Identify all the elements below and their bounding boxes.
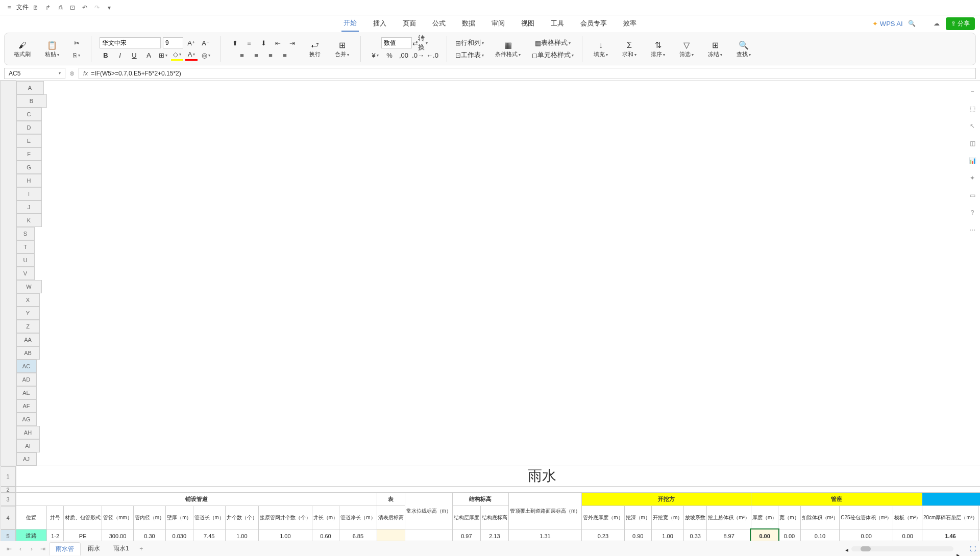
col-header[interactable]: E [16, 134, 42, 147]
paste-button[interactable]: 📋 粘贴▾ [42, 39, 62, 59]
underline-icon[interactable]: U [128, 49, 140, 61]
print-icon[interactable]: ⎙ [55, 3, 65, 13]
expand-sheet-icon[interactable]: ⛶ [970, 545, 976, 552]
export-icon[interactable]: ↱ [43, 3, 53, 13]
sheet-tab-2[interactable]: 雨水 [82, 542, 106, 555]
side-cursor-icon[interactable]: ↖ [967, 120, 978, 132]
convert-icon[interactable]: ⇄ 转换▾ [414, 37, 426, 48]
decrease-font-icon[interactable]: A⁻ [200, 37, 212, 48]
menu-efficiency[interactable]: 效率 [621, 16, 639, 31]
tab-last-icon[interactable]: ⇥ [38, 544, 48, 554]
col-header[interactable]: F [16, 147, 42, 161]
col-header[interactable]: K [16, 214, 42, 227]
tab-next-icon[interactable]: › [27, 544, 37, 554]
align-right-icon[interactable]: ≡ [264, 49, 277, 61]
decrease-indent-icon[interactable]: ⇤ [272, 37, 284, 48]
col-header[interactable]: G [16, 161, 42, 174]
cancel-formula-icon[interactable]: ⊗ [69, 70, 75, 77]
menu-start[interactable]: 开始 [341, 15, 359, 32]
sum-button[interactable]: Σ求和▾ [619, 39, 640, 59]
col-header[interactable]: AJ [16, 452, 37, 466]
menu-data[interactable]: 数据 [460, 16, 477, 31]
col-header[interactable]: AD [16, 373, 37, 386]
file-menu[interactable]: 文件 [16, 3, 29, 12]
col-header[interactable]: S [16, 227, 35, 240]
fill-button[interactable]: ↓填充▾ [591, 39, 611, 59]
font-size-select[interactable] [163, 37, 183, 48]
percent-icon[interactable]: % [383, 49, 396, 61]
side-book-icon[interactable]: ▭ [967, 190, 978, 201]
table-style-button[interactable]: ▦ 表格样式▾ [535, 37, 571, 48]
side-style-icon[interactable]: ◫ [967, 138, 978, 149]
col-header[interactable]: AC [16, 360, 37, 373]
sort-button[interactable]: ⇅排序▾ [648, 39, 668, 59]
font-color-icon[interactable]: A▾ [185, 49, 198, 61]
add-sheet-icon[interactable]: + [136, 544, 146, 554]
search-icon[interactable]: 🔍 [907, 18, 917, 29]
col-header[interactable]: Z [16, 320, 40, 333]
menu-tools[interactable]: 工具 [549, 16, 566, 31]
col-header[interactable]: D [16, 121, 42, 134]
cloud-icon[interactable]: ☁ [932, 18, 942, 29]
align-left-icon[interactable]: ≡ [236, 49, 248, 61]
filter-button[interactable]: ▽筛选▾ [676, 39, 697, 59]
menu-review[interactable]: 审阅 [489, 16, 507, 31]
col-header[interactable]: AG [16, 413, 37, 426]
col-header[interactable]: J [16, 200, 42, 214]
menu-page[interactable]: 页面 [401, 16, 418, 31]
italic-icon[interactable]: I [114, 49, 126, 61]
menu-view[interactable]: 视图 [519, 16, 536, 31]
justify-icon[interactable]: ≡ [279, 49, 291, 61]
strikethrough-icon[interactable]: A̶ [142, 49, 155, 61]
side-select-icon[interactable]: ⬚ [967, 103, 978, 114]
col-header[interactable]: Y [16, 307, 40, 320]
dropdown-icon[interactable]: ▾ [104, 3, 114, 13]
cell-reference-input[interactable]: AC5▾ [4, 68, 65, 79]
bold-icon[interactable]: B [100, 49, 112, 61]
col-header[interactable]: A [16, 81, 44, 94]
col-header[interactable]: T [16, 240, 35, 254]
freeze-button[interactable]: ⊞冻结▾ [705, 39, 725, 59]
menu-formula[interactable]: 公式 [430, 16, 448, 31]
currency-icon[interactable]: ¥▾ [369, 49, 381, 61]
align-bottom-icon[interactable]: ⬇ [257, 37, 270, 48]
side-more-icon[interactable]: ⋯ [967, 224, 978, 236]
undo-icon[interactable]: ↶ [80, 3, 90, 13]
sheet-tab-1[interactable]: 雨水管 [49, 542, 81, 555]
col-header[interactable]: B [16, 94, 47, 108]
border-icon[interactable]: ⊞▾ [157, 49, 169, 61]
wps-ai-label[interactable]: ✦ WPS AI [872, 20, 902, 28]
tab-first-icon[interactable]: ⇤ [4, 544, 14, 554]
font-name-select[interactable] [100, 37, 161, 48]
menu-member[interactable]: 会员专享 [578, 16, 609, 31]
col-header[interactable]: I [16, 187, 42, 200]
preview-icon[interactable]: ⊡ [67, 3, 78, 13]
col-header[interactable]: W [16, 280, 42, 293]
rows-cols-button[interactable]: ⊞ 行和列▾ [455, 37, 484, 48]
align-center-icon[interactable]: ≡ [250, 49, 262, 61]
increase-font-icon[interactable]: A⁺ [185, 37, 198, 48]
col-header[interactable]: AI [16, 439, 40, 452]
cond-format-button[interactable]: ▦ 条件格式▾ [492, 39, 524, 59]
decimal-dec-icon[interactable]: ←.0 [426, 49, 438, 61]
side-tools-icon[interactable]: ✦ [967, 172, 978, 184]
align-top-icon[interactable]: ⬆ [229, 37, 241, 48]
tab-prev-icon[interactable]: ‹ [15, 544, 26, 554]
format-painter-button[interactable]: 🖌 格式刷 [11, 39, 34, 59]
worksheet-button[interactable]: ⊡ 工作表▾ [455, 49, 484, 61]
col-header[interactable]: U [16, 254, 35, 267]
formula-input[interactable]: fx=IF(W5>=0.7,0,E5+F5*2+0.15*2) [79, 68, 976, 79]
highlight-icon[interactable]: ◎▾ [200, 49, 212, 61]
col-header[interactable]: V [16, 267, 35, 280]
sheet-tab-3[interactable]: 雨水1 [107, 542, 135, 555]
wrap-button[interactable]: ⮐ 换行 [306, 39, 324, 59]
col-header[interactable]: X [16, 293, 40, 307]
share-button[interactable]: ⇪ 分享 [946, 17, 975, 30]
menu-icon[interactable]: ≡ [4, 3, 14, 13]
increase-indent-icon[interactable]: ⇥ [286, 37, 298, 48]
menu-insert[interactable]: 插入 [371, 16, 388, 31]
copy-icon[interactable]: ⎘▾ [70, 49, 83, 61]
row-header[interactable]: 5 [1, 529, 16, 541]
side-chart-icon[interactable]: 📊 [967, 155, 978, 166]
redo-icon[interactable]: ↷ [92, 3, 102, 13]
